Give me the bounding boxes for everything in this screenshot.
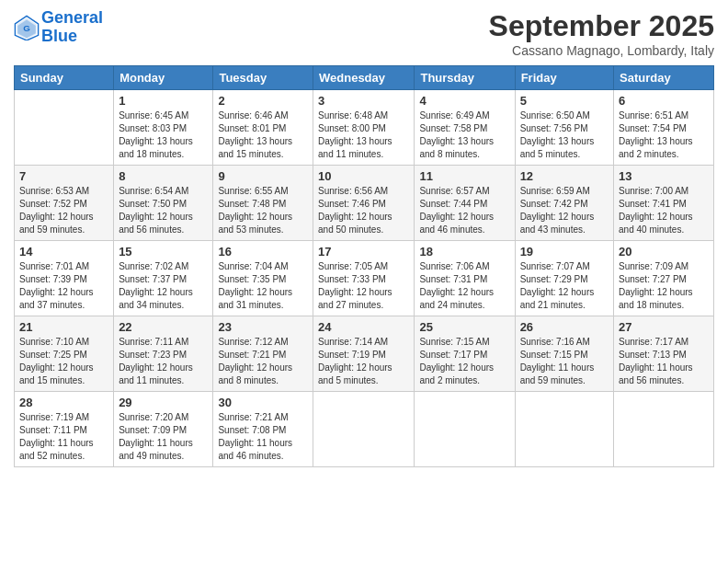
day-info: Sunrise: 7:04 AM Sunset: 7:35 PM Dayligh… (218, 260, 308, 312)
calendar: SundayMondayTuesdayWednesdayThursdayFrid… (14, 65, 714, 467)
calendar-cell: 14Sunrise: 7:01 AM Sunset: 7:39 PM Dayli… (15, 241, 114, 316)
day-number: 25 (419, 320, 509, 334)
logo-text: General Blue (41, 9, 103, 46)
day-number: 22 (119, 320, 208, 334)
calendar-cell: 9Sunrise: 6:55 AM Sunset: 7:48 PM Daylig… (213, 166, 313, 241)
calendar-cell (614, 392, 714, 467)
calendar-cell: 10Sunrise: 6:56 AM Sunset: 7:46 PM Dayli… (313, 166, 415, 241)
calendar-header-friday: Friday (515, 66, 613, 90)
calendar-header-tuesday: Tuesday (213, 66, 313, 90)
calendar-header-wednesday: Wednesday (313, 66, 415, 90)
day-number: 13 (619, 169, 709, 183)
day-info: Sunrise: 6:49 AM Sunset: 7:58 PM Dayligh… (419, 109, 509, 161)
day-number: 7 (19, 169, 108, 183)
svg-text:G: G (23, 23, 30, 33)
calendar-cell: 21Sunrise: 7:10 AM Sunset: 7:25 PM Dayli… (15, 316, 114, 392)
calendar-cell: 3Sunrise: 6:48 AM Sunset: 8:00 PM Daylig… (313, 90, 415, 166)
day-number: 1 (119, 94, 208, 108)
calendar-cell (15, 90, 114, 166)
day-info: Sunrise: 7:01 AM Sunset: 7:39 PM Dayligh… (19, 260, 108, 312)
day-info: Sunrise: 7:17 AM Sunset: 7:13 PM Dayligh… (619, 336, 709, 387)
calendar-cell: 8Sunrise: 6:54 AM Sunset: 7:50 PM Daylig… (114, 166, 213, 241)
calendar-cell: 23Sunrise: 7:12 AM Sunset: 7:21 PM Dayli… (213, 316, 313, 392)
title-block: September 2025 Cassano Magnago, Lombardy… (489, 9, 714, 58)
day-info: Sunrise: 6:48 AM Sunset: 8:00 PM Dayligh… (318, 109, 409, 161)
day-info: Sunrise: 7:21 AM Sunset: 7:08 PM Dayligh… (218, 411, 308, 463)
day-number: 9 (218, 169, 308, 183)
day-info: Sunrise: 7:06 AM Sunset: 7:31 PM Dayligh… (419, 260, 509, 312)
location: Cassano Magnago, Lombardy, Italy (489, 43, 714, 58)
day-info: Sunrise: 7:14 AM Sunset: 7:19 PM Dayligh… (318, 336, 409, 387)
day-info: Sunrise: 6:46 AM Sunset: 8:01 PM Dayligh… (218, 109, 308, 161)
calendar-cell: 25Sunrise: 7:15 AM Sunset: 7:17 PM Dayli… (415, 316, 515, 392)
month-title: September 2025 (489, 9, 714, 43)
logo: G General Blue (14, 9, 103, 46)
calendar-cell: 18Sunrise: 7:06 AM Sunset: 7:31 PM Dayli… (415, 241, 515, 316)
day-number: 2 (218, 94, 308, 108)
day-number: 4 (419, 94, 509, 108)
calendar-cell: 26Sunrise: 7:16 AM Sunset: 7:15 PM Dayli… (515, 316, 613, 392)
calendar-cell: 6Sunrise: 6:51 AM Sunset: 7:54 PM Daylig… (614, 90, 714, 166)
day-number: 3 (318, 94, 409, 108)
calendar-cell: 19Sunrise: 7:07 AM Sunset: 7:29 PM Dayli… (515, 241, 613, 316)
day-number: 15 (119, 245, 208, 259)
day-info: Sunrise: 7:11 AM Sunset: 7:23 PM Dayligh… (119, 336, 208, 387)
day-info: Sunrise: 7:07 AM Sunset: 7:29 PM Dayligh… (520, 260, 609, 312)
calendar-cell: 20Sunrise: 7:09 AM Sunset: 7:27 PM Dayli… (614, 241, 714, 316)
calendar-header-monday: Monday (114, 66, 213, 90)
calendar-cell: 13Sunrise: 7:00 AM Sunset: 7:41 PM Dayli… (614, 166, 714, 241)
calendar-cell: 30Sunrise: 7:21 AM Sunset: 7:08 PM Dayli… (213, 392, 313, 467)
day-number: 6 (619, 94, 709, 108)
calendar-cell: 4Sunrise: 6:49 AM Sunset: 7:58 PM Daylig… (415, 90, 515, 166)
day-info: Sunrise: 7:15 AM Sunset: 7:17 PM Dayligh… (419, 336, 509, 387)
day-number: 30 (218, 396, 308, 409)
calendar-cell: 15Sunrise: 7:02 AM Sunset: 7:37 PM Dayli… (114, 241, 213, 316)
calendar-header-sunday: Sunday (15, 66, 114, 90)
day-number: 21 (19, 320, 108, 334)
calendar-cell: 29Sunrise: 7:20 AM Sunset: 7:09 PM Dayli… (114, 392, 213, 467)
day-number: 29 (119, 396, 208, 409)
day-info: Sunrise: 6:59 AM Sunset: 7:42 PM Dayligh… (520, 185, 609, 236)
calendar-cell (515, 392, 613, 467)
calendar-cell (313, 392, 415, 467)
calendar-week-1: 1Sunrise: 6:45 AM Sunset: 8:03 PM Daylig… (15, 90, 714, 166)
calendar-header-row: SundayMondayTuesdayWednesdayThursdayFrid… (15, 66, 714, 90)
day-number: 8 (119, 169, 208, 183)
day-info: Sunrise: 6:55 AM Sunset: 7:48 PM Dayligh… (218, 185, 308, 236)
logo-line2: Blue (41, 28, 103, 46)
day-info: Sunrise: 7:05 AM Sunset: 7:33 PM Dayligh… (318, 260, 409, 312)
day-number: 16 (218, 245, 308, 259)
day-number: 14 (19, 245, 108, 259)
calendar-cell (415, 392, 515, 467)
day-info: Sunrise: 6:54 AM Sunset: 7:50 PM Dayligh… (119, 185, 208, 236)
calendar-week-4: 21Sunrise: 7:10 AM Sunset: 7:25 PM Dayli… (15, 316, 714, 392)
day-info: Sunrise: 7:12 AM Sunset: 7:21 PM Dayligh… (218, 336, 308, 387)
logo-icon: G (14, 15, 40, 40)
calendar-cell: 27Sunrise: 7:17 AM Sunset: 7:13 PM Dayli… (614, 316, 714, 392)
calendar-cell: 16Sunrise: 7:04 AM Sunset: 7:35 PM Dayli… (213, 241, 313, 316)
calendar-week-5: 28Sunrise: 7:19 AM Sunset: 7:11 PM Dayli… (15, 392, 714, 467)
day-info: Sunrise: 7:16 AM Sunset: 7:15 PM Dayligh… (520, 336, 609, 387)
day-number: 27 (619, 320, 709, 334)
calendar-cell: 22Sunrise: 7:11 AM Sunset: 7:23 PM Dayli… (114, 316, 213, 392)
day-info: Sunrise: 7:00 AM Sunset: 7:41 PM Dayligh… (619, 185, 709, 236)
header: G General Blue September 2025 Cassano Ma… (14, 9, 714, 58)
day-info: Sunrise: 7:20 AM Sunset: 7:09 PM Dayligh… (119, 411, 208, 463)
day-number: 24 (318, 320, 409, 334)
day-info: Sunrise: 6:57 AM Sunset: 7:44 PM Dayligh… (419, 185, 509, 236)
calendar-week-3: 14Sunrise: 7:01 AM Sunset: 7:39 PM Dayli… (15, 241, 714, 316)
day-info: Sunrise: 7:10 AM Sunset: 7:25 PM Dayligh… (19, 336, 108, 387)
day-number: 26 (520, 320, 609, 334)
day-info: Sunrise: 6:50 AM Sunset: 7:56 PM Dayligh… (520, 109, 609, 161)
day-number: 23 (218, 320, 308, 334)
day-number: 5 (520, 94, 609, 108)
day-number: 10 (318, 169, 409, 183)
day-number: 17 (318, 245, 409, 259)
calendar-cell: 5Sunrise: 6:50 AM Sunset: 7:56 PM Daylig… (515, 90, 613, 166)
logo-line1: General (41, 8, 103, 27)
day-info: Sunrise: 6:53 AM Sunset: 7:52 PM Dayligh… (19, 185, 108, 236)
calendar-week-2: 7Sunrise: 6:53 AM Sunset: 7:52 PM Daylig… (15, 166, 714, 241)
day-number: 11 (419, 169, 509, 183)
calendar-cell: 17Sunrise: 7:05 AM Sunset: 7:33 PM Dayli… (313, 241, 415, 316)
day-info: Sunrise: 7:02 AM Sunset: 7:37 PM Dayligh… (119, 260, 208, 312)
